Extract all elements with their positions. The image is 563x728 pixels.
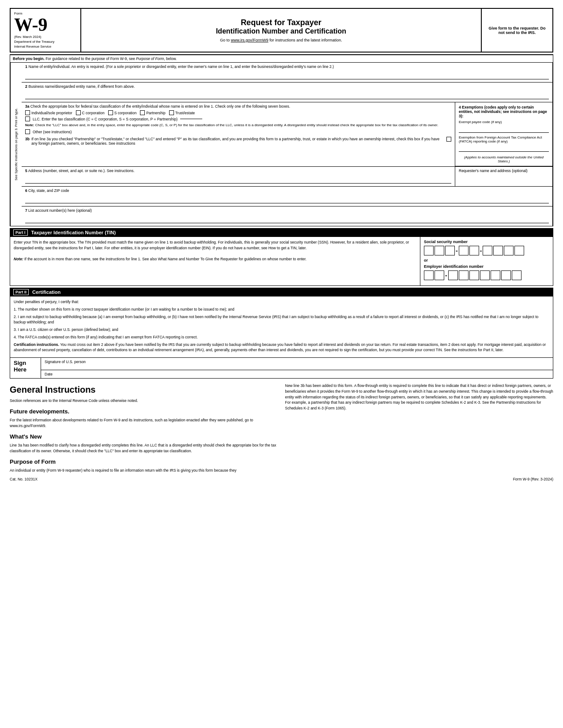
ssn-box-4[interactable] [459,246,469,255]
ssn-label: Social security number [424,240,549,244]
whats-new-text: Line 3a has been modified to clarify how… [10,443,278,454]
ein-box-1[interactable] [424,270,434,280]
field-5-input[interactable] [25,174,451,184]
exempt-payee-input[interactable] [459,126,549,133]
applies-text: (Applies to accounts maintained outside … [459,155,549,163]
ssn-dash-2: - [480,247,482,254]
ein-box-3[interactable] [448,270,458,280]
exempt-payee-label: Exempt payee code (if any) [459,120,549,124]
field-7-input[interactable] [25,214,549,223]
field-6-input[interactable] [25,194,549,203]
or-text: or [424,258,549,263]
field-6-left: 6 City, state, and ZIP code [22,187,552,206]
field-6-row: 6 City, state, and ZIP code [22,187,552,206]
cb-ccorp: C corporation [76,110,105,115]
field-1-row: 1 Name of entity/individual. An entry is… [22,63,552,83]
field-2-input[interactable] [25,90,549,99]
ssn-boxes: - - [424,246,549,255]
ssn-box-9[interactable] [514,246,524,255]
sign-fields: Signature of U.S. person Date [41,358,553,378]
field-7-label: 7 List account number(s) here (optional) [25,208,549,213]
ein-box-4[interactable] [459,270,469,280]
llc-code-field[interactable] [180,119,202,119]
cb-3b-box[interactable] [446,137,451,142]
exemptions-title: 4 Exemptions (codes apply only to certai… [459,105,549,118]
field-5-label: 5 Address (number, street, and apt. or s… [25,169,451,173]
cb-partnership: Partnership [140,110,165,115]
signature-field[interactable]: Signature of U.S. person [41,358,553,370]
form-title-line2: Identification Number and Certification [90,27,472,35]
cb-trust: Trust/estate [169,110,195,115]
ein-label: Employer identification number [424,264,549,269]
gi-right-col: New line 3b has been added to this form.… [285,383,554,473]
cb-other-box[interactable] [25,129,30,134]
ssn-box-6[interactable] [483,246,492,255]
exemptions-col: 4 Exemptions (codes apply only to certai… [455,102,552,166]
cb-trust-box[interactable] [169,110,174,115]
header-center: Request for Taxpayer Identification Numb… [81,9,482,52]
page-footer: Cat. No. 10231X Form W-9 (Rev. 3-2024) [10,477,553,481]
cb-llc-box[interactable] [25,116,30,121]
part2-header: Part II Certification [10,288,553,296]
ssn-box-1[interactable] [424,246,434,255]
tin-boxes-area: Social security number - - or Employer i… [420,237,553,285]
ein-box-5[interactable] [469,270,479,280]
gi-right-text: New line 3b has been added to this form.… [285,383,554,411]
field-1-input[interactable] [25,70,549,79]
cb-individual-box[interactable] [25,110,30,115]
ssn-box-7[interactable] [493,246,503,255]
future-dev-text: For the latest information about develop… [10,417,278,429]
part1-header: Part I Taxpayer Identification Number (T… [10,228,553,237]
field-3b-row: 3b If on line 3a you checked "Partnershi… [25,137,451,146]
ein-box-2[interactable] [435,270,444,280]
form-subtitle: Go to www.irs.gov/FormW9 for instruction… [90,38,472,42]
cert-instructions: Certification instructions. You must cro… [14,342,549,353]
form-ref: Form W-9 (Rev. 3-2024) [513,477,553,481]
sign-here-section: Sign Here Signature of U.S. person Date [10,358,553,379]
ssn-dash-1: - [456,247,458,254]
header-left: Form W-9 (Rev. March 2024) Department of… [11,9,81,52]
cb-partnership-box[interactable] [140,110,145,115]
field-3a-header: 3a Check the appropriate box for federal… [25,104,451,109]
ssn-box-3[interactable] [445,246,455,255]
field-3a-left: 3a Check the appropriate box for federal… [22,102,455,166]
ein-box-7[interactable] [491,270,500,280]
ein-box-8[interactable] [501,270,511,280]
ssn-box-8[interactable] [504,246,514,255]
ein-boxes: - [424,270,549,280]
sidebar-instructions: See Specific Instructions on page 3. Pri… [10,63,22,226]
checkbox-row-1: Individual/sole proprietor C corporation… [25,110,451,115]
field-5-left: 5 Address (number, street, and apt. or s… [22,167,455,186]
exempt-fatca-input[interactable] [459,145,549,152]
purpose-text: An individual or entity (Form W-9 reques… [10,468,278,473]
llc-row: LLC. Enter the tax classification (C = C… [25,116,451,121]
ein-box-9[interactable] [512,270,521,280]
field-7-row: 7 List account number(s) here (optional) [22,206,552,226]
requester-name-box: Requester's name and address (optional) [455,167,552,186]
gi-section-ref: Section references are to the Internal R… [10,398,278,404]
date-field[interactable]: Date [41,370,553,378]
field-3a-section: 3a Check the appropriate box for federal… [22,102,552,167]
ssn-box-2[interactable] [435,246,444,255]
field-5-section: 5 Address (number, street, and apt. or s… [22,167,552,187]
tin-instructions: Enter your TIN in the appropriate box. T… [10,237,420,285]
ein-box-6[interactable] [480,270,490,280]
general-instructions-section: General Instructions Section references … [10,383,553,473]
other-row: Other (see instructions) [25,129,451,134]
purpose-title: Purpose of Form [10,458,278,466]
field-6-label: 6 City, state, and ZIP code [25,188,549,193]
ssn-box-5[interactable] [469,246,479,255]
cat-no: Cat. No. 10231X [10,477,38,481]
w9-title: W-9 [14,15,47,34]
cb-ccorp-box[interactable] [76,110,81,115]
main-content-area: See Specific Instructions on page 3. Pri… [10,63,553,226]
gi-title: General Instructions [10,383,278,396]
cb-scorp: S corporation [108,110,137,115]
form-title-line1: Request for Taxpayer [90,18,472,27]
sign-here-label: Sign Here [10,358,41,378]
before-begin-bar: Before you begin. For guidance related t… [10,54,553,63]
whats-new-title: What's New [10,432,278,441]
cb-scorp-box[interactable] [108,110,113,115]
tin-section: Enter your TIN in the appropriate box. T… [10,237,553,286]
form-fields-col: 1 Name of entity/individual. An entry is… [22,63,553,226]
